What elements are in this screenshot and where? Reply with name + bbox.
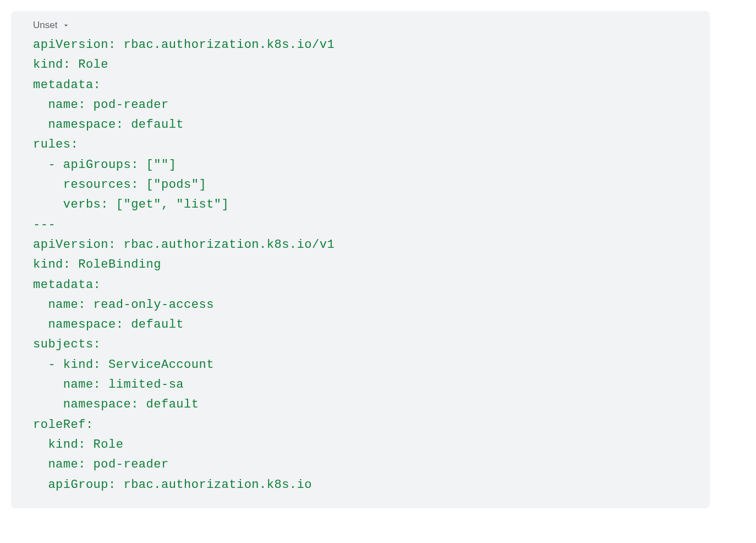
chevron-down-icon[interactable] <box>62 21 70 30</box>
code-content: apiVersion: rbac.authorization.k8s.io/v1… <box>24 35 697 495</box>
code-block-container: Unset apiVersion: rbac.authorization.k8s… <box>11 11 710 508</box>
language-selector-label[interactable]: Unset <box>33 20 57 31</box>
code-block-header: Unset <box>24 20 697 31</box>
